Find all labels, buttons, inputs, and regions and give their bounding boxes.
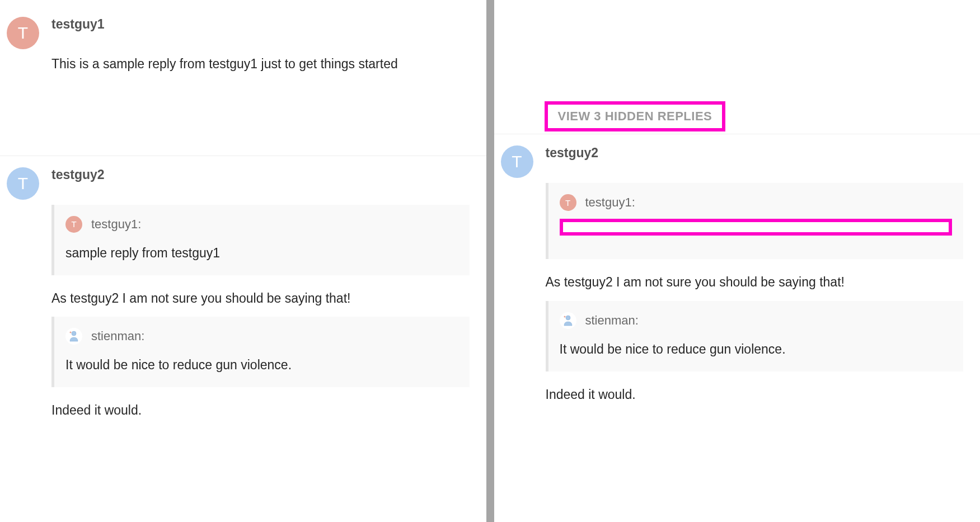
svg-point-2 (566, 316, 570, 320)
post: T testguy1 This is a sample reply from t… (0, 6, 486, 156)
right-panel: VIEW 3 HIDDEN REPLIES T testguy2 T testg… (494, 0, 981, 522)
quote-avatar[interactable]: T (65, 216, 82, 233)
avatar[interactable]: T (7, 167, 39, 200)
user-icon (561, 313, 575, 328)
post-body: This is a sample reply from testguy1 jus… (51, 54, 470, 74)
quote-username[interactable]: stienman: (585, 313, 639, 328)
quote-block: stienman: It would be nice to reduce gun… (546, 301, 964, 371)
post-content: testguy2 T testguy1: sample reply from t… (51, 167, 481, 429)
left-panel: T testguy1 This is a sample reply from t… (0, 0, 486, 522)
post: T testguy2 T testguy1: sample reply from… (0, 156, 486, 446)
post-body: Indeed it would. (546, 385, 964, 405)
panel-divider (486, 0, 494, 522)
collapsed-area: VIEW 3 HIDDEN REPLIES (494, 6, 981, 134)
quote-block: T testguy1: sample reply from testguy1 (51, 205, 470, 275)
quote-text: It would be nice to reduce gun violence. (560, 340, 953, 358)
quote-username[interactable]: stienman: (91, 329, 144, 344)
quote-username[interactable]: testguy1: (91, 217, 141, 232)
quote-text: sample reply from testguy1 (65, 244, 458, 262)
svg-point-0 (72, 331, 76, 336)
quote-header: T testguy1: (65, 216, 458, 233)
avatar[interactable]: T (7, 17, 39, 49)
quote-avatar[interactable]: T (560, 194, 576, 211)
quote-header: T testguy1: (560, 194, 953, 211)
post: T testguy2 T testguy1: As testguy2 I am … (494, 134, 981, 430)
view-hidden-replies-button[interactable]: VIEW 3 HIDDEN REPLIES (545, 101, 726, 131)
user-icon (67, 329, 81, 344)
post-content: testguy1 This is a sample reply from tes… (51, 17, 481, 83)
username[interactable]: testguy1 (51, 17, 470, 32)
quote-avatar-icon[interactable] (65, 328, 82, 345)
post-body: As testguy2 I am not sure you should be … (51, 289, 470, 308)
username[interactable]: testguy2 (546, 145, 964, 161)
quote-header: stienman: (65, 328, 458, 345)
post-body: Indeed it would. (51, 401, 470, 420)
quote-username[interactable]: testguy1: (585, 195, 635, 210)
quote-block: stienman: It would be nice to reduce gun… (51, 317, 470, 387)
highlighted-quote-text-area (560, 219, 953, 236)
quote-header: stienman: (560, 312, 953, 329)
quote-text: It would be nice to reduce gun violence. (65, 356, 458, 374)
username[interactable]: testguy2 (51, 167, 470, 182)
post-body: As testguy2 I am not sure you should be … (546, 272, 964, 292)
avatar[interactable]: T (501, 145, 533, 178)
svg-point-1 (70, 332, 72, 333)
post-content: testguy2 T testguy1: As testguy2 I am no… (546, 145, 975, 413)
svg-point-3 (564, 316, 565, 317)
quote-block: T testguy1: (546, 183, 964, 259)
quote-avatar-icon[interactable] (560, 312, 576, 329)
